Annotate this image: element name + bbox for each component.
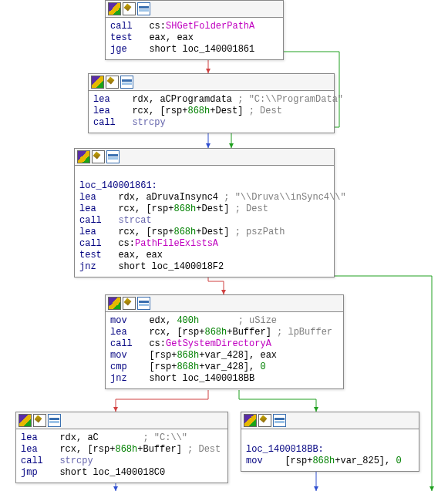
list-icon xyxy=(48,414,61,427)
block-n2[interactable]: lea rdx, aCProgramdata ; "C:\\ProgramDat… xyxy=(88,73,335,133)
color-icon xyxy=(108,297,121,310)
block-body: loc_1400018BB: mov [rsp+868h+var_825], 0 xyxy=(241,429,419,471)
block-header xyxy=(106,1,283,18)
block-n4[interactable]: mov edx, 400h ; uSize lea rcx, [rsp+868h… xyxy=(105,294,344,389)
block-body: lea rdx, aCProgramdata ; "C:\\ProgramDat… xyxy=(89,91,334,133)
label: loc_140001861: xyxy=(79,180,157,191)
block-header xyxy=(16,412,227,429)
edit-icon xyxy=(92,150,105,163)
block-n1[interactable]: call cs:SHGetFolderPathA test eax, eax j… xyxy=(105,0,284,60)
list-icon xyxy=(137,297,150,310)
block-header xyxy=(106,295,343,312)
list-icon xyxy=(106,150,120,163)
block-body: loc_140001861: lea rdx, aDruvaInsync4 ; … xyxy=(75,166,334,277)
block-body: lea rdx, aC ; "C:\\" lea rcx, [rsp+868h+… xyxy=(16,429,227,483)
list-icon xyxy=(137,2,150,15)
list-icon xyxy=(120,76,133,89)
block-header xyxy=(89,74,334,91)
block-n3[interactable]: loc_140001861: lea rdx, aDruvaInsync4 ; … xyxy=(74,148,335,277)
edit-icon xyxy=(33,414,46,427)
color-icon xyxy=(244,414,257,427)
block-body: call cs:SHGetFolderPathA test eax, eax j… xyxy=(106,18,283,59)
edit-icon xyxy=(123,297,136,310)
block-header xyxy=(241,412,419,429)
color-icon xyxy=(108,2,121,15)
label: loc_1400018BB: xyxy=(246,444,324,455)
block-n5[interactable]: lea rdx, aC ; "C:\\" lea rcx, [rsp+868h+… xyxy=(15,412,228,483)
edit-icon xyxy=(258,414,271,427)
block-n6[interactable]: loc_1400018BB: mov [rsp+868h+var_825], 0 xyxy=(241,412,419,472)
block-header xyxy=(75,149,334,166)
block-body: mov edx, 400h ; uSize lea rcx, [rsp+868h… xyxy=(106,312,343,388)
color-icon xyxy=(77,150,90,163)
color-icon xyxy=(19,414,32,427)
list-icon xyxy=(273,414,286,427)
color-icon xyxy=(91,76,104,89)
edit-icon xyxy=(106,76,119,89)
edit-icon xyxy=(123,2,136,15)
